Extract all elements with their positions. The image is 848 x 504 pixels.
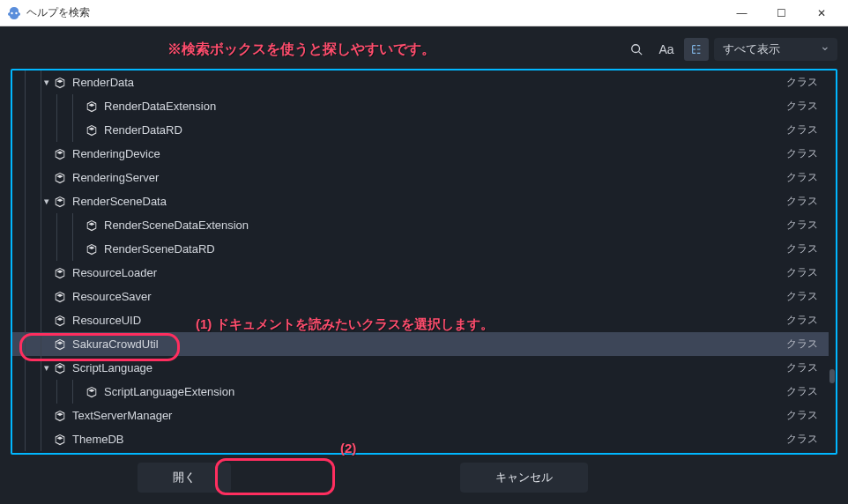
tree-row-type: クラス <box>786 408 818 423</box>
tree-row-type: クラス <box>786 122 818 137</box>
minimize-button[interactable]: ― <box>722 1 762 26</box>
tree-row[interactable]: RenderingServerクラス <box>12 166 829 189</box>
tree-row-type: クラス <box>786 194 818 209</box>
tree-row-label: RenderData <box>72 76 786 89</box>
class-box-icon <box>53 409 67 423</box>
class-box-icon <box>53 433 67 447</box>
tree-row-label: TextServerManager <box>72 409 786 422</box>
class-box-icon <box>53 195 67 209</box>
tree-row-label: RenderSceneData <box>72 195 786 208</box>
tree-row-type: クラス <box>786 146 818 161</box>
tree-row[interactable]: ▾RenderSceneDataクラス <box>12 189 829 213</box>
annotation-hint: ※検索ボックスを使うと探しやすいです。 <box>167 41 435 59</box>
tree-row-type: クラス <box>786 99 818 114</box>
tree-row-type: クラス <box>786 432 818 447</box>
dialog-body: ※検索ボックスを使うと探しやすいです。 Aa すべて表示 ▾RenderData… <box>0 26 848 504</box>
class-box-icon <box>53 76 67 90</box>
hierarchy-icon[interactable] <box>684 38 709 61</box>
tree-row-label: ResourceLoader <box>72 266 786 279</box>
tree-row-label: RenderingDevice <box>72 147 786 160</box>
tree-row[interactable]: RenderingDeviceクラス <box>12 142 829 166</box>
tree-row-label: RenderDataExtension <box>104 100 786 113</box>
tree-row[interactable]: TextServerManagerクラス <box>12 404 829 427</box>
chevron-down-icon[interactable]: ▾ <box>41 362 53 374</box>
tree-row-type: クラス <box>786 218 818 233</box>
class-tree[interactable]: ▾RenderDataクラスRenderDataExtensionクラスRend… <box>12 70 836 453</box>
svg-point-2 <box>632 45 640 53</box>
tree-row-type: クラス <box>786 265 818 280</box>
class-box-icon <box>53 337 67 352</box>
open-button[interactable]: 開く <box>138 463 231 493</box>
class-box-icon <box>53 361 67 375</box>
tree-row[interactable]: ▾ScriptLanguageクラス <box>12 356 829 380</box>
class-box-icon <box>53 290 67 304</box>
titlebar: ヘルプを検索 ― ☐ ✕ <box>0 0 848 26</box>
filter-label: すべて表示 <box>723 42 780 56</box>
chevron-down-icon[interactable]: ▾ <box>41 77 53 88</box>
maximize-button[interactable]: ☐ <box>762 1 801 26</box>
case-sensitive-icon[interactable]: Aa <box>654 38 679 61</box>
tree-row[interactable]: ScriptLanguageExtensionクラス <box>12 380 829 404</box>
cancel-button[interactable]: キャンセル <box>460 463 588 493</box>
tree-row[interactable]: SakuraCrowdUtilクラス <box>12 332 829 356</box>
app-icon <box>7 6 21 20</box>
tree-row-label: SakuraCrowdUtil <box>72 337 786 351</box>
tree-row-label: RenderDataRD <box>104 123 786 137</box>
svg-point-1 <box>15 11 17 13</box>
close-button[interactable]: ✕ <box>801 1 841 26</box>
tree-row-type: クラス <box>786 337 818 352</box>
scrollbar-track[interactable] <box>829 70 836 453</box>
tree-row[interactable]: ▾RenderDataクラス <box>12 70 829 94</box>
tree-row-label: ScriptLanguageExtension <box>104 385 786 398</box>
tree-row[interactable]: ThemeDBクラス <box>12 427 829 451</box>
svg-line-3 <box>639 52 643 56</box>
class-box-icon <box>53 171 67 185</box>
annotation-panel-highlight: ▾RenderDataクラスRenderDataExtensionクラスRend… <box>11 69 837 455</box>
class-box-icon <box>53 147 67 161</box>
class-box-icon <box>85 385 99 399</box>
svg-point-0 <box>11 11 12 13</box>
tree-row[interactable]: RenderSceneDataRDクラス <box>12 237 829 261</box>
class-box-icon <box>85 242 99 256</box>
tree-row[interactable]: ResourceLoaderクラス <box>12 261 829 285</box>
tree-row-type: クラス <box>786 384 818 399</box>
class-box-icon <box>85 100 99 114</box>
tree-row[interactable]: RenderDataRDクラス <box>12 118 829 142</box>
annotation-step2: (2) <box>340 441 356 456</box>
dialog-buttons: 開く キャンセル (2) <box>11 462 837 493</box>
class-box-icon <box>53 266 67 280</box>
toolbar: ※検索ボックスを使うと探しやすいです。 Aa すべて表示 <box>11 35 837 63</box>
search-icon[interactable] <box>624 38 649 61</box>
class-box-icon <box>85 123 99 137</box>
tree-row-type: クラス <box>786 170 818 185</box>
tree-row[interactable]: ResourceSaverクラス <box>12 285 829 308</box>
chevron-down-icon[interactable]: ▾ <box>41 196 53 207</box>
tree-row-type: クラス <box>786 360 818 375</box>
annotation-step1: (1) ドキュメントを読みたいクラスを選択します。 <box>196 316 494 333</box>
window-title: ヘルプを検索 <box>26 5 722 20</box>
tree-row-type: クラス <box>786 241 818 256</box>
tree-row-label: ResourceSaver <box>72 290 786 303</box>
class-box-icon <box>53 314 67 328</box>
annotation-open-highlight <box>215 458 335 495</box>
tree-row-label: RenderingServer <box>72 171 786 184</box>
tree-row-label: RenderSceneDataRD <box>104 242 786 256</box>
tree-row-type: クラス <box>786 75 818 90</box>
filter-dropdown[interactable]: すべて表示 <box>714 38 837 61</box>
tree-row[interactable]: RenderSceneDataExtensionクラス <box>12 213 829 237</box>
tree-row-type: クラス <box>786 313 818 328</box>
tree-row-type: クラス <box>786 289 818 304</box>
tree-row[interactable]: RenderDataExtensionクラス <box>12 94 829 118</box>
tree-row-label: ThemeDB <box>72 433 786 446</box>
tree-row-label: ScriptLanguage <box>72 361 786 374</box>
scrollbar-thumb[interactable] <box>829 369 835 383</box>
class-box-icon <box>85 219 99 233</box>
tree-row-label: RenderSceneDataExtension <box>104 219 786 232</box>
